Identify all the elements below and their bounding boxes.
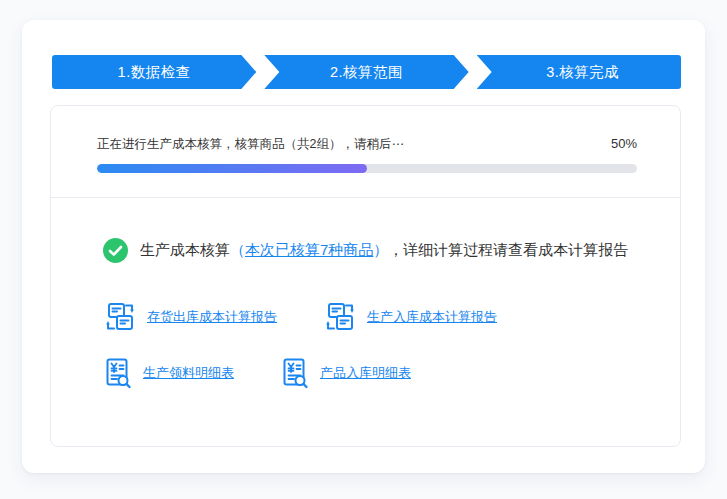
progress-bar: [97, 164, 637, 173]
result-paren-open: （: [230, 241, 245, 258]
result-count-link[interactable]: 本次已核算7种商品: [245, 241, 373, 258]
transfer-doc-icon: [103, 301, 137, 333]
invoice-search-icon: [103, 357, 133, 389]
report-link-label: 产品入库明细表: [320, 364, 411, 382]
invoice-search-icon: [280, 357, 310, 389]
step-3-label: 3.核算完成: [546, 63, 619, 82]
report-row-1: 存货出库成本计算报告: [103, 301, 650, 333]
result-summary: 生产成本核算（本次已核算7种商品），详细计算过程请查看成本计算报告: [140, 241, 628, 260]
report-link-outbound-cost[interactable]: 存货出库成本计算报告: [103, 301, 277, 333]
step-1-data-check[interactable]: 1.数据检查: [52, 55, 256, 89]
step-bar: 1.数据检查 2.核算范围 3.核算完成: [52, 55, 681, 89]
report-link-product-inbound-detail[interactable]: 产品入库明细表: [280, 357, 411, 389]
report-link-material-issue-detail[interactable]: 生产领料明细表: [103, 357, 234, 389]
content-section: 生产成本核算（本次已核算7种商品），详细计算过程请查看成本计算报告: [51, 198, 680, 389]
result-paren-close: ）: [373, 241, 388, 258]
result-row: 生产成本核算（本次已核算7种商品），详细计算过程请查看成本计算报告: [103, 238, 650, 263]
step-3-complete[interactable]: 3.核算完成: [477, 55, 681, 89]
report-link-production-inbound-cost[interactable]: 生产入库成本计算报告: [323, 301, 497, 333]
step-2-scope[interactable]: 2.核算范围: [264, 55, 468, 89]
report-row-2: 生产领料明细表 产品入库: [103, 357, 650, 389]
report-link-label: 生产领料明细表: [143, 364, 234, 382]
result-prefix: 生产成本核算: [140, 241, 230, 258]
progress-percent: 50%: [611, 136, 637, 151]
result-panel: 正在进行生产成本核算，核算商品（共2组），请稍后⋯ 50% 生产成本核算（本次已…: [50, 105, 681, 447]
step-2-label: 2.核算范围: [330, 63, 403, 82]
progress-fill: [97, 164, 367, 173]
transfer-doc-icon: [323, 301, 357, 333]
report-link-label: 生产入库成本计算报告: [367, 308, 497, 326]
accounting-wizard-card: 1.数据检查 2.核算范围 3.核算完成 正在进行生产成本核算，核算商品（共2组…: [22, 20, 705, 473]
report-link-label: 存货出库成本计算报告: [147, 308, 277, 326]
success-check-icon: [103, 238, 128, 263]
progress-message: 正在进行生产成本核算，核算商品（共2组），请稍后⋯: [97, 136, 404, 153]
step-1-label: 1.数据检查: [118, 63, 191, 82]
result-suffix: ，详细计算过程请查看成本计算报告: [388, 241, 628, 258]
progress-section: 正在进行生产成本核算，核算商品（共2组），请稍后⋯ 50%: [51, 106, 680, 198]
